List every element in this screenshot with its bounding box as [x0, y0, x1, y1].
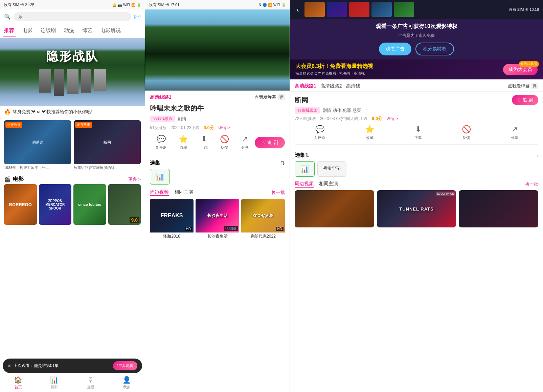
- movie-card-0[interactable]: 正在热播 他是谁 1988年，刑警卫国平（张...: [4, 120, 71, 170]
- small-card-label-1: ZEPPOS MERCATOR SPOOR: [39, 184, 72, 225]
- p3-action-comment[interactable]: 💬 1 评论: [315, 125, 325, 140]
- p3-drama-area: 断网 ♡ 追 剧 98 影视频道 剧情 动作 犯罪 悬疑 7270次播放 202…: [290, 92, 543, 152]
- small-card-0[interactable]: BORREGO: [4, 184, 37, 225]
- quality-hd1[interactable]: 高清线路1: [150, 94, 172, 100]
- p3-download-label: 下载: [414, 135, 422, 140]
- small-card-3[interactable]: 9.0: [108, 184, 141, 225]
- p3-channel-tag[interactable]: 98 影视频道: [295, 107, 320, 114]
- p3-share-icon: ↗: [512, 125, 518, 134]
- p3-action-share[interactable]: ↗ 分享: [511, 125, 518, 140]
- p3-detail-link[interactable]: 详情 >: [386, 116, 398, 122]
- related-card-1[interactable]: 长沙夜生活 HD国语 长沙夜生活: [196, 199, 239, 240]
- ep-btn-p2[interactable]: 📊: [150, 169, 170, 185]
- p3-ep-btn-2[interactable]: 粤语中字: [317, 161, 346, 177]
- freaks-text: FREAKS: [161, 213, 183, 219]
- vip-left: 大会员6.3折！免费看海量精选视 海量精选会员内容免费看 · 抢先看 · 高清视: [295, 63, 373, 76]
- p3-follow-button[interactable]: ♡ 追 剧: [512, 95, 538, 105]
- vip-banner: 大会员6.3折！免费看海量精选视 海量精选会员内容免费看 · 抢先看 · 高清视…: [290, 59, 543, 79]
- vip-sub: 海量精选会员内容免费看 · 抢先看 · 高清视: [295, 71, 373, 76]
- tab-series[interactable]: 连续剧: [39, 25, 57, 36]
- watch-ad-button[interactable]: 观看广告: [379, 43, 411, 55]
- p3-ep-header: 选集 ⇅ ›: [295, 152, 538, 158]
- p3-quality-row: 高清线路1 高清线路2 高清线 点我发弹幕 弹: [290, 79, 543, 92]
- action-feedback[interactable]: 🚫 反馈: [220, 135, 229, 150]
- nav-live[interactable]: 🎙 直播: [72, 376, 109, 390]
- action-share[interactable]: ↗ 分享: [241, 135, 249, 150]
- status-bar-p1: 没有 SIM 卡 21:25 🔔📷WiFi📶🔋: [0, 0, 145, 9]
- related-thumb-1: 长沙夜生活 HD国语: [196, 199, 239, 232]
- tab-commentary[interactable]: 电影解说: [99, 25, 122, 36]
- movie-row: BORREGO ZEPPOS MERCATOR SPOOR cinco lobi…: [0, 184, 145, 225]
- p3-hd1-tab[interactable]: 高清线路1: [295, 83, 316, 89]
- message-icon[interactable]: ✉️: [134, 14, 141, 20]
- ep-sort-icon[interactable]: ⇅: [280, 160, 285, 166]
- ep-grid-p2: 📊: [150, 169, 285, 185]
- related-card-0[interactable]: FREAKS HD 怪胎2018: [150, 199, 194, 240]
- tab-same-actors[interactable]: 相同主演: [174, 189, 193, 196]
- refresh-btn-p2[interactable]: 换一批: [272, 190, 285, 196]
- action-download[interactable]: ⬇ 下载: [200, 135, 208, 150]
- toast-left: ✕ 上次观看：他是谁第01集: [7, 363, 59, 369]
- p3-hd2-tab[interactable]: 高清线路2: [320, 83, 342, 89]
- barrage-btn[interactable]: 点我发弹幕 弹: [254, 94, 285, 100]
- p3-action-download[interactable]: ⬇ 下载: [414, 125, 422, 140]
- p3-action-feedback[interactable]: 🚫 反馈: [462, 125, 471, 140]
- movie-desc-1: 故事讲述郭富城饰演的移...: [74, 164, 141, 170]
- nav-home[interactable]: 🏠 首页: [0, 376, 36, 390]
- p3-action-row: 💬 1 评论 ⭐ 收藏 ⬇ 下载 🚫 反馈: [295, 125, 538, 140]
- download-icon: ⬇: [201, 135, 207, 144]
- tab-movies[interactable]: 电影: [21, 25, 34, 36]
- p3-ep-btn-1[interactable]: 📊: [295, 161, 315, 177]
- toast-text: 上次观看：他是谁第01集: [14, 363, 59, 369]
- status-time-p1: 没有 SIM 卡 21:25: [4, 2, 34, 7]
- p3-hd-tab[interactable]: 高清线: [346, 83, 360, 89]
- p3-ep-sort-icon[interactable]: ⇅: [305, 152, 309, 158]
- p3-tab-related-videos[interactable]: 周边视频: [295, 181, 314, 188]
- back-button[interactable]: ‹: [294, 4, 302, 15]
- p3-ep-arrow[interactable]: ›: [537, 152, 538, 158]
- nav-home-label: 首页: [15, 385, 22, 390]
- download-label: 下载: [200, 145, 208, 150]
- status-time-p2: 没有 SIM 卡 17:01: [149, 2, 179, 7]
- action-comment[interactable]: 💬 0 评论: [156, 135, 166, 150]
- video-player[interactable]: [145, 9, 290, 91]
- meta-row-p2: 51次播放 2022-01-23上映 9.0分 详情 >: [150, 125, 285, 131]
- nav-profile[interactable]: 👤 我的: [109, 376, 145, 390]
- action-favorite[interactable]: ⭐ 收藏: [179, 135, 188, 150]
- tab-recommend[interactable]: 推荐: [3, 25, 16, 36]
- p3-related-card-0[interactable]: [295, 190, 374, 227]
- movie-card-1[interactable]: 正在热播 断网 故事讲述郭富城饰演的移...: [74, 120, 141, 170]
- become-vip-button[interactable]: 成为大会员 低至0.1元/天: [503, 64, 538, 75]
- section-more[interactable]: 更多 >: [128, 176, 141, 182]
- p3-related-card-1[interactable]: DAILYWIRE TUNNEL RATS: [377, 190, 456, 227]
- hero-banner[interactable]: 隐形战队: [0, 38, 145, 106]
- p3-header: ‹ 没有 SIM 卡 10:18: [290, 0, 543, 19]
- share-label: 分享: [241, 145, 249, 150]
- small-card-1[interactable]: ZEPPOS MERCATOR SPOOR: [39, 184, 72, 225]
- tab-variety[interactable]: 综艺: [81, 25, 94, 36]
- nav-ranking[interactable]: 📊 排行: [36, 376, 72, 390]
- small-card-2[interactable]: cinco lobitos: [73, 184, 106, 225]
- p3-tab-same-actors[interactable]: 相同主演: [319, 181, 338, 188]
- tunnel-rats-text: TUNNEL RATS: [399, 206, 434, 212]
- p3-refresh-btn[interactable]: 换一批: [525, 181, 538, 187]
- channel-tag-p2[interactable]: 98 影视频道: [150, 116, 175, 122]
- detail-link-p2[interactable]: 详情 >: [218, 125, 230, 131]
- tab-anime[interactable]: 动漫: [63, 25, 75, 36]
- p3-barrage[interactable]: 点我发弹幕 弹: [508, 83, 538, 89]
- exchange-privilege-button[interactable]: 积分换特权: [415, 43, 454, 55]
- search-input[interactable]: [14, 12, 131, 21]
- p3-plays: 7270次播放: [295, 116, 316, 122]
- p3-action-favorite[interactable]: ⭐ 收藏: [365, 125, 374, 140]
- toast-close-icon[interactable]: ✕: [7, 363, 12, 369]
- status-time-p3: 没有 SIM 卡 10:18: [509, 7, 539, 12]
- p3-related-card-2[interactable]: [459, 190, 538, 227]
- ep-chart-icon: 📊: [156, 173, 164, 181]
- tab-related-videos[interactable]: 周边视频: [150, 189, 169, 196]
- related-card-2[interactable]: КЛОНДАЙК HD 克朗代克2022: [241, 199, 285, 240]
- status-bar-p2: 没有 SIM 卡 17:01 N🔵📶WiFi🔋: [145, 0, 290, 9]
- continue-watch-button[interactable]: 继续观看: [113, 361, 137, 370]
- status-icons-p2: N🔵📶WiFi🔋: [259, 3, 286, 7]
- follow-button-p2[interactable]: ♡ 追 剧: [255, 137, 285, 148]
- tag-row-p2: 98 影视频道 剧情: [150, 116, 285, 122]
